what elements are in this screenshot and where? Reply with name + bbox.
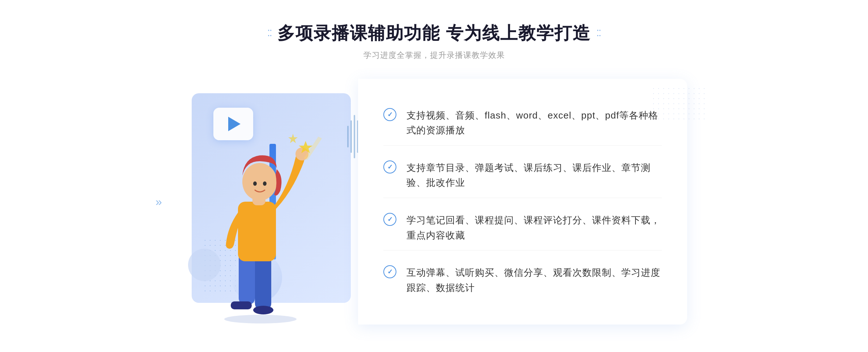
feature-text-1: 支持视频、音频、flash、word、excel、ppt、pdf等各种格式的资源… bbox=[407, 108, 662, 138]
svg-rect-4 bbox=[231, 301, 252, 309]
svg-point-9 bbox=[253, 181, 257, 186]
check-icon-1: ✓ bbox=[383, 108, 396, 121]
svg-marker-12 bbox=[288, 134, 298, 143]
person-figure bbox=[199, 115, 322, 325]
title-row: ⁚⁚ 多项录播课辅助功能 专为线上教学打造 ⁚⁚ bbox=[267, 22, 600, 45]
feature-item-1: ✓ 支持视频、音频、flash、word、excel、ppt、pdf等各种格式的… bbox=[383, 101, 662, 146]
vert-line-1 bbox=[347, 126, 349, 147]
chevron-icon: » bbox=[156, 195, 162, 209]
check-icon-3: ✓ bbox=[383, 213, 396, 226]
vert-line-3 bbox=[354, 115, 355, 158]
features-panel: ✓ 支持视频、音频、flash、word、excel、ppt、pdf等各种格式的… bbox=[358, 79, 687, 325]
content-section: » ✓ 支持视频、音频、flash、word、excel、ppt、pdf等各种格… bbox=[181, 79, 687, 325]
page-container: ⁚⁚ 多项录播课辅助功能 专为线上教学打造 ⁚⁚ 学习进度全掌握，提升录播课教学… bbox=[0, 22, 868, 325]
page-subtitle: 学习进度全掌握，提升录播课教学效果 bbox=[363, 50, 505, 61]
feature-text-4: 互动弹幕、试听购买、微信分享、观看次数限制、学习进度跟踪、数据统计 bbox=[407, 265, 662, 295]
check-icon-2: ✓ bbox=[383, 160, 396, 173]
svg-rect-5 bbox=[238, 202, 276, 261]
checkmark-symbol-4: ✓ bbox=[387, 269, 393, 275]
page-title: 多项录播课辅助功能 专为线上教学打造 bbox=[277, 22, 590, 45]
feature-text-2: 支持章节目录、弹题考试、课后练习、课后作业、章节测验、批改作业 bbox=[407, 160, 662, 190]
checkmark-symbol-2: ✓ bbox=[387, 164, 393, 170]
checkmark-symbol-1: ✓ bbox=[387, 111, 393, 118]
header-section: ⁚⁚ 多项录播课辅助功能 专为线上教学打造 ⁚⁚ 学习进度全掌握，提升录播课教学… bbox=[267, 22, 600, 61]
check-icon-4: ✓ bbox=[383, 265, 396, 278]
dots-left-icon: ⁚⁚ bbox=[267, 28, 272, 38]
feature-text-3: 学习笔记回看、课程提问、课程评论打分、课件资料下载，重点内容收藏 bbox=[407, 213, 662, 243]
dots-right-icon: ⁚⁚ bbox=[596, 28, 601, 38]
svg-point-8 bbox=[242, 163, 277, 201]
checkmark-symbol-3: ✓ bbox=[387, 216, 393, 223]
feature-item-3: ✓ 学习笔记回看、课程提问、课程评论打分、课件资料下载，重点内容收藏 bbox=[383, 206, 662, 250]
svg-point-0 bbox=[224, 315, 297, 323]
feature-item-2: ✓ 支持章节目录、弹题考试、课后练习、课后作业、章节测验、批改作业 bbox=[383, 153, 662, 198]
svg-point-3 bbox=[253, 306, 273, 314]
vert-line-2 bbox=[350, 120, 352, 153]
illustration-wrapper: » bbox=[181, 79, 369, 325]
dots-top-right-decoration bbox=[651, 86, 709, 122]
feature-item-4: ✓ 互动弹幕、试听购买、微信分享、观看次数限制、学习进度跟踪、数据统计 bbox=[383, 258, 662, 302]
svg-point-10 bbox=[263, 181, 267, 186]
chevrons-left-decoration: » bbox=[156, 195, 162, 209]
